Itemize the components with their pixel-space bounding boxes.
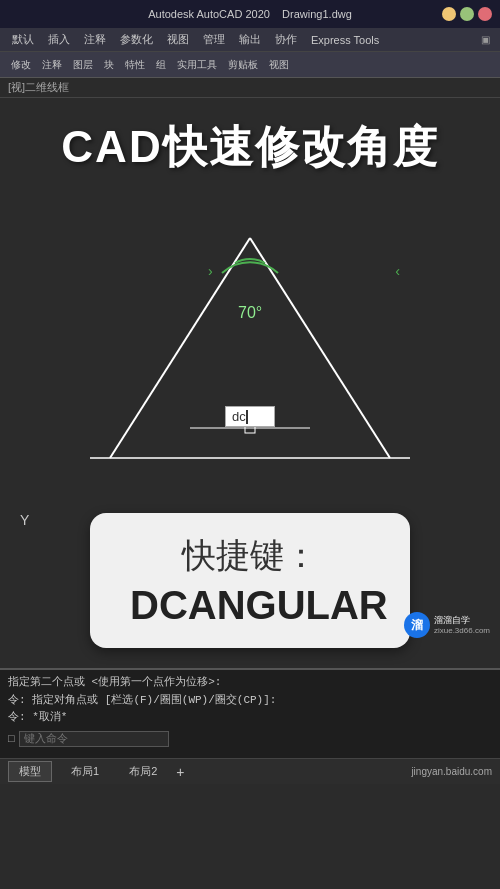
y-axis-label: Y bbox=[20, 512, 29, 528]
cmd-input-row: □ bbox=[8, 731, 492, 747]
close-button[interactable] bbox=[478, 7, 492, 21]
tool-view[interactable]: 视图 bbox=[264, 56, 294, 74]
main-canvas: CAD快速修改角度 70° › › dc bbox=[0, 98, 500, 668]
menu-icon: ▣ bbox=[477, 34, 494, 45]
input-value: dc bbox=[232, 409, 246, 424]
menu-view[interactable]: 视图 bbox=[161, 30, 195, 49]
big-title: CAD快速修改角度 bbox=[61, 118, 438, 177]
window-controls bbox=[442, 7, 492, 21]
menu-insert[interactable]: 插入 bbox=[42, 30, 76, 49]
tool-block[interactable]: 块 bbox=[99, 56, 119, 74]
minimize-button[interactable] bbox=[442, 7, 456, 21]
command-area: 指定第二个点或 <使用第一个点作为位移>: 令: 指定对角点或 [栏选(F)/圈… bbox=[0, 668, 500, 758]
tab-model[interactable]: 模型 bbox=[8, 761, 52, 782]
tool-group[interactable]: 组 bbox=[151, 56, 171, 74]
drawing-area: 70° › › bbox=[90, 208, 410, 508]
triangle-svg: 70° › › bbox=[90, 208, 410, 508]
status-bar: 模型 布局1 布局2 + jingyan.baidu.com bbox=[0, 758, 500, 784]
menu-parametric[interactable]: 参数化 bbox=[114, 30, 159, 49]
input-box[interactable]: dc bbox=[225, 406, 275, 427]
cmd-line-2: 令: 指定对角点或 [栏选(F)/圈围(WP)/圈交(CP)]: bbox=[8, 692, 492, 710]
watermark: 溜 溜溜自学 zixue.3d66.com bbox=[404, 612, 490, 638]
cmd-line-3: 令: *取消* bbox=[8, 709, 492, 727]
cmd-prompt: □ bbox=[8, 733, 15, 745]
tab-layout2[interactable]: 布局2 bbox=[118, 761, 168, 782]
menu-default[interactable]: 默认 bbox=[6, 30, 40, 49]
tool-utilities[interactable]: 实用工具 bbox=[172, 56, 222, 74]
app-title: Autodesk AutoCAD 2020 Drawing1.dwg bbox=[148, 8, 352, 20]
toolbar: 修改 注释 图层 块 特性 组 实用工具 剪贴板 视图 bbox=[0, 52, 500, 78]
tool-properties[interactable]: 特性 bbox=[120, 56, 150, 74]
view-indicator: [视]二维线框 bbox=[0, 78, 500, 98]
svg-text:70°: 70° bbox=[238, 304, 262, 321]
shortcut-label: 快捷键： bbox=[130, 533, 370, 579]
cursor-blink bbox=[246, 410, 248, 424]
watermark-badge: 溜 bbox=[404, 612, 430, 638]
maximize-button[interactable] bbox=[460, 7, 474, 21]
tool-modify[interactable]: 修改 bbox=[6, 56, 36, 74]
shortcut-card: 快捷键： DCANGULAR bbox=[90, 513, 410, 648]
menu-express-tools[interactable]: Express Tools bbox=[305, 32, 385, 48]
menu-manage[interactable]: 管理 bbox=[197, 30, 231, 49]
watermark-text: 溜溜自学 zixue.3d66.com bbox=[434, 615, 490, 635]
add-layout-button[interactable]: + bbox=[176, 764, 184, 780]
tool-clipboard[interactable]: 剪贴板 bbox=[223, 56, 263, 74]
menu-bar: 默认 插入 注释 参数化 视图 管理 输出 协作 Express Tools ▣ bbox=[0, 28, 500, 52]
svg-text:›: › bbox=[208, 263, 213, 279]
tool-layers[interactable]: 图层 bbox=[68, 56, 98, 74]
shortcut-command: DCANGULAR bbox=[130, 583, 370, 628]
menu-output[interactable]: 输出 bbox=[233, 30, 267, 49]
watermark-domain: jingyan.baidu.com bbox=[411, 766, 492, 777]
tab-layout1[interactable]: 布局1 bbox=[60, 761, 110, 782]
tool-annotate[interactable]: 注释 bbox=[37, 56, 67, 74]
svg-text:›: › bbox=[395, 263, 400, 279]
menu-annotate[interactable]: 注释 bbox=[78, 30, 112, 49]
title-bar: Autodesk AutoCAD 2020 Drawing1.dwg bbox=[0, 0, 500, 28]
menu-collaborate[interactable]: 协作 bbox=[269, 30, 303, 49]
cmd-line-1: 指定第二个点或 <使用第一个点作为位移>: bbox=[8, 674, 492, 692]
cmd-input[interactable] bbox=[19, 731, 169, 747]
